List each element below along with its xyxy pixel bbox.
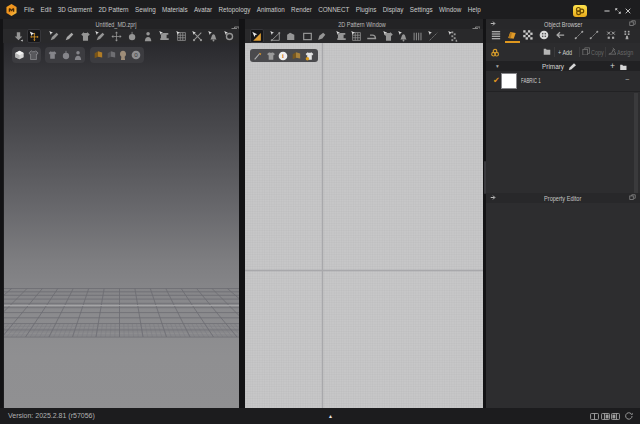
svg-text:i: i — [283, 52, 285, 59]
svg-text:0: 0 — [134, 51, 138, 58]
